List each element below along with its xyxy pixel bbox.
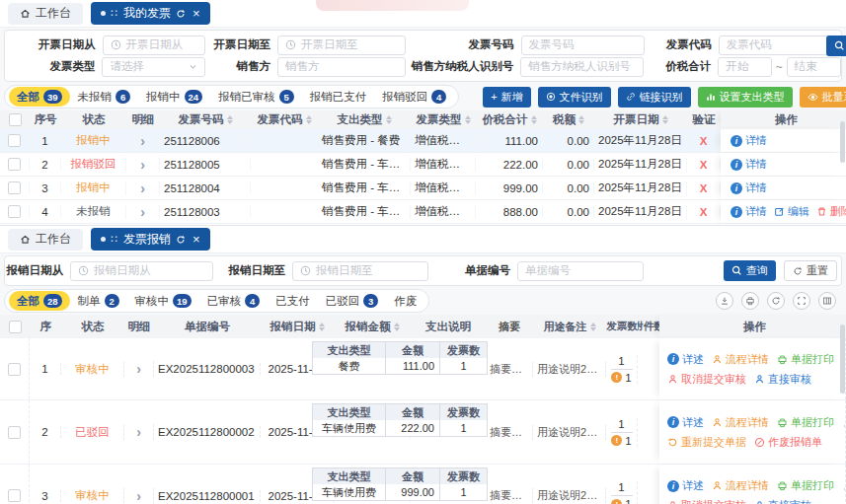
doc-number-input[interactable]: 单据编号 [517, 261, 644, 281]
flow-detail-link[interactable]: 流程详情 [712, 478, 769, 493]
status-tab-reviewing[interactable]: 审核中19 [127, 291, 199, 311]
set-expense-type-button[interactable]: 设置支出类型 [698, 87, 793, 108]
cancel-submit-link[interactable]: 取消提交审核 [667, 372, 746, 387]
sortable-header[interactable]: 报销日期 [261, 320, 334, 334]
sortable-header[interactable]: 发票代码 [251, 112, 318, 127]
status-tab-draft[interactable]: 制单2 [70, 291, 127, 311]
sortable-header[interactable]: 税额 [543, 112, 594, 127]
edit-link[interactable]: 编辑 [774, 204, 809, 219]
expense-amount: 222.00 [386, 420, 440, 436]
status-tab-unreimbursed[interactable]: 未报销6 [70, 87, 139, 107]
vertical-scrollbar[interactable] [840, 121, 845, 163]
amount-to-input[interactable]: 结束 [787, 57, 841, 77]
flow-detail-link[interactable]: 流程详情 [712, 415, 769, 430]
status-tab-in-progress[interactable]: 报销中24 [138, 87, 210, 107]
invoice-type-select[interactable]: 请选择 [102, 57, 205, 77]
status-tab-paid[interactable]: 已支付 [268, 291, 318, 311]
reimburse-date-to-input[interactable]: 报销日期至 [292, 261, 428, 281]
invoice-download-link[interactable]: 发票下载 [842, 415, 846, 430]
sortable-header[interactable]: 发票号码 [160, 112, 251, 127]
query-button[interactable]: 查询 [724, 260, 776, 281]
expand-row-icon[interactable]: › [140, 204, 145, 220]
batch-verify-button[interactable]: 批量系统验证 [800, 87, 846, 108]
sortable-header[interactable]: 发票类型 [411, 112, 476, 127]
reset-button[interactable]: 重置 [784, 260, 837, 281]
detail-link[interactable]: i详述 [667, 478, 704, 493]
add-button[interactable]: +新增 [483, 87, 530, 108]
close-tab-icon[interactable]: × [192, 7, 200, 20]
verify-flag: X [687, 206, 721, 218]
row-checkbox[interactable] [8, 181, 21, 194]
status-tab-void[interactable]: 作废 [386, 291, 424, 311]
print-doc-link[interactable]: 单据打印 [777, 415, 834, 430]
expand-row-icon[interactable]: › [140, 157, 145, 173]
sortable-header[interactable]: 报销金额 [334, 320, 411, 334]
refresh-icon[interactable] [767, 292, 785, 310]
invoice-number-input[interactable]: 发票号码 [521, 36, 645, 55]
refresh-tab-icon[interactable] [176, 235, 186, 245]
direct-review-link[interactable]: 直接审核 [754, 372, 811, 387]
tab-invoice-reimburse[interactable]: ∷ 发票报销 × [91, 228, 210, 251]
tab-workbench[interactable]: 工作台 [8, 229, 83, 251]
sortable-header[interactable]: 开票日期 [594, 112, 687, 127]
cancel-submit-link[interactable]: 取消提交审核 [667, 498, 746, 504]
status-tab-all[interactable]: 全部28 [9, 291, 70, 311]
vertical-scrollbar[interactable] [840, 324, 845, 394]
link-recognize-button[interactable]: 链接识别 [618, 87, 691, 108]
reimburse-date-from-input[interactable]: 报销日期从 [70, 261, 213, 281]
fullscreen-icon[interactable] [793, 292, 810, 310]
verify-flag: X [687, 159, 721, 171]
status-tab-all[interactable]: 全部39 [9, 87, 70, 107]
flow-detail-link[interactable]: 流程详情 [712, 352, 769, 367]
status-tab-paid[interactable]: 报销已支付 [302, 87, 375, 107]
detail-link[interactable]: i详情 [731, 133, 767, 148]
select-all-checkbox[interactable] [9, 113, 22, 126]
columns-icon[interactable] [818, 292, 836, 310]
detail-link[interactable]: i详述 [667, 352, 704, 367]
expand-row-icon[interactable]: › [140, 133, 145, 149]
expand-row-icon[interactable]: › [136, 424, 141, 440]
status-tab-rejected[interactable]: 已驳回3 [318, 291, 387, 311]
sortable-header[interactable]: 支出类型 [318, 112, 411, 127]
download-icon[interactable] [716, 292, 733, 310]
detail-link[interactable]: i详情 [731, 180, 767, 195]
detail-link[interactable]: i详情 [731, 157, 767, 172]
select-all-checkbox[interactable] [9, 321, 22, 333]
invoice-download-link[interactable]: 发票下载 [842, 478, 846, 493]
resubmit-link[interactable]: 重新提交单据 [667, 435, 746, 450]
expand-row-icon[interactable]: › [140, 180, 145, 196]
tab-my-invoices[interactable]: ∷ 我的发票 × [91, 2, 210, 25]
delete-link[interactable]: 删除 [816, 204, 846, 219]
row-checkbox[interactable] [8, 489, 21, 502]
invoice-date-from-input[interactable]: 开票日期从 [103, 36, 206, 55]
sortable-header[interactable]: 用途备注 [533, 320, 606, 334]
status-tab-reviewed[interactable]: 已审核4 [199, 291, 269, 311]
amount-from-input[interactable]: 开始 [718, 57, 771, 77]
expand-row-icon[interactable]: › [136, 361, 141, 377]
close-tab-icon[interactable]: × [192, 233, 200, 246]
search-button[interactable]: 查询 [826, 36, 846, 56]
row-checkbox[interactable] [8, 363, 21, 376]
status-tab-approved[interactable]: 报销已审核5 [210, 87, 302, 107]
row-checkbox[interactable] [8, 134, 21, 147]
row-checkbox[interactable] [8, 158, 21, 171]
direct-review-link[interactable]: 直接审核 [754, 498, 811, 504]
refresh-tab-icon[interactable] [176, 9, 186, 19]
void-doc-link[interactable]: 作废报销单 [754, 435, 822, 450]
detail-link[interactable]: i详情 [731, 204, 767, 219]
row-checkbox[interactable] [8, 205, 21, 218]
invoice-date-to-input[interactable]: 开票日期至 [277, 36, 406, 55]
detail-link[interactable]: i详述 [667, 415, 704, 430]
seller-input[interactable]: 销售方 [277, 57, 406, 77]
print-doc-link[interactable]: 单据打印 [777, 478, 834, 493]
sortable-header[interactable]: 价税合计 [476, 112, 543, 127]
print-doc-link[interactable]: 单据打印 [777, 352, 834, 367]
print-icon[interactable] [741, 292, 759, 310]
tab-workbench[interactable]: 工作台 [8, 3, 83, 25]
file-recognize-button[interactable]: 文件识别 [538, 87, 611, 108]
expand-row-icon[interactable]: › [136, 488, 141, 504]
status-tab-rejected[interactable]: 报销驳回4 [374, 87, 454, 107]
row-checkbox[interactable] [8, 426, 21, 439]
seller-tax-id-input[interactable]: 销售方纳税人识别号 [520, 57, 644, 77]
invoice-code-input[interactable]: 发票代码 [719, 36, 841, 55]
